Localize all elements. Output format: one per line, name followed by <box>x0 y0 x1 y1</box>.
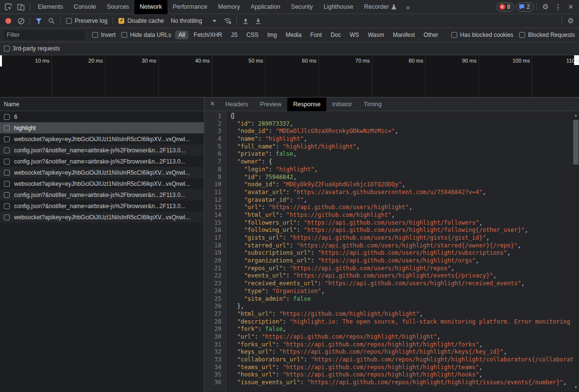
request-row[interactable]: websocket?apikey=eyJhbGciOiJIUzI1NiIsInR… <box>0 167 204 178</box>
panel-tab[interactable]: Memory <box>213 0 245 14</box>
panel-tab[interactable]: Performance <box>167 0 213 14</box>
request-row[interactable]: config.json?&notifier_name=airbrake-js%2… <box>0 200 204 212</box>
detail-tab[interactable]: Initiator <box>326 98 358 111</box>
kebab-menu-icon[interactable]: ⋮ <box>552 0 564 13</box>
has-blocked-cookies-checkbox[interactable]: Has blocked cookies <box>451 32 513 38</box>
network-overview-timeline[interactable]: 10 ms 20 ms 30 ms 40 ms 50 ms 60 ms 70 m… <box>0 55 579 98</box>
resource-type-filter[interactable]: JS <box>228 31 241 39</box>
resource-type-filter[interactable]: Fetch/XHR <box>190 31 226 39</box>
panel-tab[interactable]: Elements <box>33 0 68 14</box>
resource-type-filter[interactable]: Wasm <box>364 31 388 39</box>
request-checkbox[interactable] <box>4 192 10 198</box>
device-toolbar-icon[interactable] <box>15 0 27 13</box>
request-row[interactable]: highlight <box>0 122 204 133</box>
line-content: "keys_url": "https://api.github.com/repo… <box>226 348 507 356</box>
resource-type-filter[interactable]: Manifest <box>389 31 418 39</box>
request-row[interactable]: websocket?apikey=eyJhbGciOiJIUzI1NiIsInR… <box>0 133 204 145</box>
request-row[interactable]: websocket?apikey=eyJhbGciOiJIUzI1NiIsInR… <box>0 212 204 223</box>
request-row[interactable]: websocket?apikey=eyJhbGciOiJIUzI1NiIsInR… <box>0 178 204 189</box>
network-conditions-icon[interactable] <box>221 15 234 27</box>
checkbox[interactable] <box>121 32 127 38</box>
panel-tab[interactable]: Application <box>245 0 285 14</box>
third-party-requests-checkbox[interactable]: 3rd-party requests <box>4 45 60 52</box>
import-har-icon[interactable] <box>239 15 252 27</box>
disable-cache-checkbox[interactable]: Disable cache <box>118 17 164 24</box>
request-list-pane: Name 6 highlight websocket?apikey=eyJhbG… <box>0 98 204 392</box>
request-row[interactable]: config.json?&notifier_name=airbrake-js%2… <box>0 145 204 156</box>
record-network-log-button[interactable] <box>5 18 11 24</box>
request-row[interactable]: 6 <box>0 111 204 122</box>
request-row[interactable]: config.json?&notifier_name=airbrake-js%2… <box>0 156 204 167</box>
line-content: "following_url": "https://api.github.com… <box>226 227 528 234</box>
checkbox[interactable] <box>519 32 525 38</box>
filter-input[interactable] <box>4 31 85 40</box>
resource-type-filter[interactable]: CSS <box>243 31 262 39</box>
filter-funnel-icon[interactable] <box>33 15 45 27</box>
export-har-icon[interactable] <box>252 15 265 27</box>
detail-tab-label: Timing <box>364 101 381 108</box>
resource-type-filter[interactable]: All <box>175 31 188 39</box>
invert-checkbox[interactable]: Invert <box>92 32 116 38</box>
close-detail-icon[interactable]: × <box>204 99 219 109</box>
checkbox[interactable] <box>92 32 98 38</box>
settings-gear-icon[interactable]: ⚙ <box>539 0 552 13</box>
resource-type-filter[interactable]: Media <box>282 31 305 39</box>
checkbox[interactable] <box>451 32 457 38</box>
panel-tab[interactable]: Security <box>286 0 318 14</box>
console-messages-badge[interactable]: 2 <box>516 2 534 12</box>
scrollbar-thumb[interactable] <box>573 120 579 164</box>
request-row[interactable]: config.json?&notifier_name=airbrake-js%2… <box>0 189 204 200</box>
console-errors-badge[interactable]: × 8 <box>496 2 514 12</box>
request-checkbox[interactable] <box>4 125 10 131</box>
panel-tab[interactable]: Recorder <box>359 0 402 14</box>
inspect-element-icon[interactable] <box>2 0 15 13</box>
has-blocked-cookies-label: Has blocked cookies <box>460 32 513 38</box>
more-tabs-button[interactable]: » <box>402 3 414 11</box>
chevron-down-icon <box>213 20 216 22</box>
search-icon[interactable] <box>45 15 58 27</box>
request-checkbox[interactable] <box>4 147 10 153</box>
request-checkbox[interactable] <box>4 170 10 176</box>
panel-tab[interactable]: Network <box>134 0 167 14</box>
clear-network-log-icon[interactable] <box>15 15 27 27</box>
blocked-requests-checkbox[interactable]: Blocked Requests <box>519 32 575 38</box>
preserve-log-checkbox[interactable]: Preserve log <box>66 17 107 24</box>
name-column-header[interactable]: Name <box>0 98 204 111</box>
network-settings-gear-icon[interactable]: ⚙ <box>564 15 577 27</box>
request-checkbox[interactable] <box>4 214 10 220</box>
response-editor[interactable]: 1 { 2 "id": 289073337, 3 "node_id": "MDE… <box>204 111 579 392</box>
request-checkbox[interactable] <box>4 159 10 164</box>
checkbox[interactable] <box>66 18 72 24</box>
scroll-up-arrow-icon[interactable]: ▲ <box>573 112 579 118</box>
request-checkbox[interactable] <box>4 203 10 209</box>
line-number: 20 <box>204 257 226 265</box>
detail-tab[interactable]: Timing <box>358 98 387 111</box>
close-devtools-icon[interactable]: × <box>564 0 577 13</box>
request-checkbox[interactable] <box>4 114 10 120</box>
detail-tab[interactable]: Preview <box>254 98 287 111</box>
checkbox-checked[interactable] <box>118 18 124 24</box>
response-line: 25 "site_admin": false <box>204 295 579 303</box>
line-number: 14 <box>204 212 226 219</box>
scroll-down-arrow-icon[interactable]: ▼ <box>573 384 579 391</box>
hide-data-urls-checkbox[interactable]: Hide data URLs <box>121 32 171 38</box>
resource-type-filter[interactable]: Img <box>264 31 280 39</box>
request-name: websocket?apikey=eyJhbGciOiJIUzI1NiIsInR… <box>14 169 190 176</box>
line-number: 18 <box>204 242 226 250</box>
panel-tab[interactable]: Lighthouse <box>318 0 359 14</box>
detail-tab[interactable]: Response <box>287 98 326 111</box>
resource-type-filter[interactable]: Font <box>307 31 325 39</box>
resource-type-filter[interactable]: Doc <box>327 31 344 39</box>
response-scrollbar[interactable]: ▲ ▼ <box>573 111 579 392</box>
request-checkbox[interactable] <box>4 136 10 142</box>
request-checkbox[interactable] <box>4 181 10 187</box>
panel-tab[interactable]: Console <box>68 0 101 14</box>
line-number: 5 <box>204 143 226 151</box>
resource-type-filter[interactable]: Other <box>420 31 442 39</box>
detail-tab[interactable]: Headers <box>219 98 254 111</box>
throttling-select[interactable]: No throttling <box>171 17 217 24</box>
line-number: 29 <box>204 326 226 333</box>
resource-type-filter[interactable]: WS <box>347 31 363 39</box>
panel-tab[interactable]: Sources <box>101 0 134 14</box>
checkbox[interactable] <box>4 46 10 51</box>
